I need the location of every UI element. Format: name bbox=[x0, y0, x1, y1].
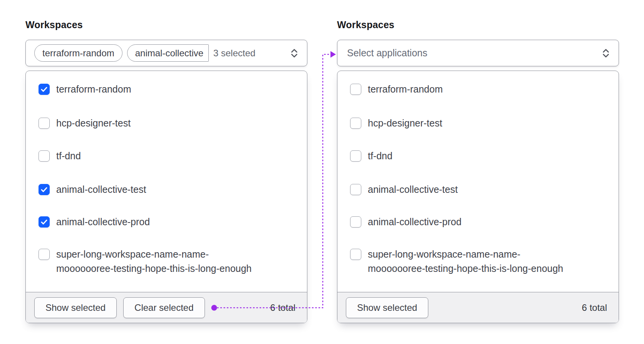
clear-selected-button[interactable]: Clear selected bbox=[123, 297, 205, 318]
checkbox[interactable] bbox=[350, 150, 361, 162]
chevron-up-down-icon bbox=[602, 48, 610, 58]
applications-listbox: terraform-random hcp-designer-test tf-dn… bbox=[337, 71, 619, 323]
option-label: animal-collective-test bbox=[56, 182, 146, 197]
applications-multiselect-trigger[interactable]: Select applications bbox=[337, 40, 619, 66]
option-label: tf-dnd bbox=[56, 149, 81, 163]
option-row[interactable]: tf-dnd bbox=[350, 150, 609, 163]
option-row[interactable]: super-long-workspace-name-name-moooooore… bbox=[39, 249, 297, 276]
workspaces-multiselect-trigger[interactable]: terraform-random animal-collective 3 sel… bbox=[25, 40, 307, 66]
option-row[interactable]: animal-collective-prod bbox=[350, 216, 609, 229]
selected-tag[interactable]: terraform-random bbox=[34, 44, 122, 62]
selected-tag-truncated[interactable]: animal-collective bbox=[127, 44, 209, 62]
option-label: terraform-random bbox=[368, 82, 443, 96]
listbox-footer: Show selected 6 total bbox=[337, 292, 619, 323]
option-row[interactable]: animal-collective-prod bbox=[39, 216, 297, 229]
workspaces-label: Workspaces bbox=[337, 19, 394, 30]
option-label: animal-collective-prod bbox=[56, 215, 150, 229]
option-label-line2: mooooooree-testing-hope-this-is-long-eno… bbox=[368, 261, 563, 276]
option-label-line1: super-long-workspace-name-name- bbox=[56, 249, 209, 260]
checkbox[interactable] bbox=[350, 216, 361, 228]
checkbox[interactable] bbox=[39, 118, 50, 129]
check-icon bbox=[41, 187, 47, 192]
selected-count: 3 selected bbox=[213, 48, 255, 59]
workspaces-label: Workspaces bbox=[25, 19, 83, 30]
check-icon bbox=[41, 219, 47, 225]
option-label: super-long-workspace-name-name-moooooore… bbox=[368, 247, 563, 276]
checkbox[interactable] bbox=[350, 184, 361, 195]
multiselect-demo-canvas: Workspaces terraform-random animal-colle… bbox=[0, 0, 644, 344]
arrowhead-icon bbox=[330, 51, 336, 58]
option-label: super-long-workspace-name-name-moooooore… bbox=[56, 247, 252, 276]
checkbox[interactable] bbox=[39, 249, 50, 260]
checkbox[interactable] bbox=[39, 84, 50, 95]
option-row[interactable]: hcp-designer-test bbox=[39, 118, 297, 130]
show-selected-button[interactable]: Show selected bbox=[346, 297, 428, 318]
option-row[interactable]: tf-dnd bbox=[39, 150, 297, 163]
trigger-placeholder: Select applications bbox=[347, 47, 427, 59]
option-label-line1: super-long-workspace-name-name- bbox=[368, 249, 520, 260]
checkbox[interactable] bbox=[350, 84, 361, 95]
chevron-up-down-icon bbox=[290, 48, 299, 58]
checkbox[interactable] bbox=[350, 118, 361, 129]
option-row[interactable]: hcp-designer-test bbox=[350, 118, 609, 130]
option-label: hcp-designer-test bbox=[368, 116, 442, 130]
option-label: animal-collective-prod bbox=[368, 215, 461, 229]
option-label: hcp-designer-test bbox=[56, 116, 131, 130]
option-label-line2: mooooooree-testing-hope-this-is-long-eno… bbox=[56, 261, 252, 276]
checkbox[interactable] bbox=[350, 249, 361, 260]
option-row[interactable]: animal-collective-test bbox=[39, 184, 297, 197]
total-count: 6 total bbox=[270, 302, 295, 313]
option-label: animal-collective-test bbox=[368, 182, 458, 197]
checkbox[interactable] bbox=[39, 184, 50, 195]
workspaces-listbox: terraform-random hcp-designer-test tf-dn… bbox=[25, 71, 307, 323]
option-row[interactable]: animal-collective-test bbox=[350, 184, 609, 197]
option-row[interactable]: terraform-random bbox=[350, 84, 609, 96]
option-row[interactable]: super-long-workspace-name-name-moooooore… bbox=[350, 249, 609, 276]
check-icon bbox=[41, 87, 47, 92]
checkbox[interactable] bbox=[39, 150, 50, 162]
option-label: tf-dnd bbox=[368, 149, 392, 163]
listbox-footer: Show selected Clear selected 6 total bbox=[26, 292, 307, 323]
checkbox[interactable] bbox=[39, 216, 50, 228]
option-row[interactable]: terraform-random bbox=[39, 84, 297, 96]
show-selected-button[interactable]: Show selected bbox=[34, 297, 117, 318]
option-label: terraform-random bbox=[56, 82, 131, 96]
total-count: 6 total bbox=[582, 302, 607, 313]
